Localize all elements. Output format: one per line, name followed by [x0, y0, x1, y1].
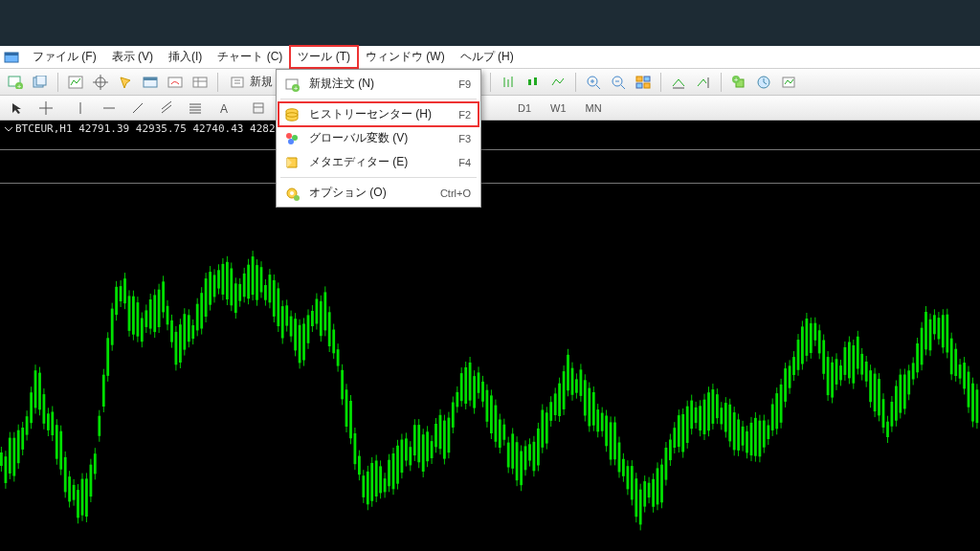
svg-rect-516	[968, 372, 970, 408]
auto-scroll-icon[interactable]	[667, 72, 690, 93]
object-list-icon[interactable]	[247, 98, 270, 119]
svg-rect-318	[546, 412, 548, 443]
menu-options[interactable]: オプション (O) Ctrl+O	[278, 181, 479, 205]
svg-rect-222	[341, 370, 344, 400]
svg-rect-138	[162, 281, 165, 312]
menu-chart[interactable]: チャート (C)	[210, 46, 290, 68]
menu-tools[interactable]: ツール (T)	[290, 46, 358, 68]
svg-rect-14	[193, 77, 207, 87]
svg-rect-512	[959, 364, 962, 379]
svg-rect-456	[839, 365, 842, 380]
menu-item-label: オプション (O)	[309, 185, 433, 201]
menu-global-variables[interactable]: グローバル変数 (V) F3	[278, 126, 479, 150]
svg-rect-206	[307, 315, 310, 342]
svg-rect-508	[950, 339, 953, 375]
profiles-icon[interactable]	[29, 72, 52, 93]
strategy-tester-icon[interactable]	[164, 72, 187, 93]
menu-history-center[interactable]: ヒストリーセンター (H) F2	[278, 102, 479, 126]
svg-rect-234	[367, 472, 369, 504]
menu-window[interactable]: ウィンドウ (W)	[358, 46, 453, 68]
svg-rect-432	[789, 365, 791, 387]
svg-rect-394	[707, 392, 710, 430]
svg-rect-482	[895, 386, 898, 421]
new-order-button[interactable]: 新規	[224, 72, 279, 93]
trend-line-icon[interactable]	[126, 98, 149, 119]
svg-rect-442	[810, 323, 813, 353]
svg-rect-228	[354, 433, 357, 464]
menu-new-order[interactable]: + 新規注文 (N) F9	[278, 72, 479, 96]
equidistant-icon[interactable]	[155, 98, 178, 119]
candle-chart-icon[interactable]	[522, 72, 545, 93]
svg-rect-502	[938, 318, 941, 339]
menu-meta-editor[interactable]: メタエディター (E) F4	[278, 150, 479, 174]
svg-rect-404	[728, 405, 731, 442]
vertical-line-icon[interactable]	[69, 98, 92, 119]
svg-rect-84	[47, 413, 50, 430]
svg-rect-486	[903, 375, 906, 409]
svg-rect-202	[299, 325, 301, 364]
data-window-icon[interactable]	[189, 72, 212, 93]
periodicity-icon[interactable]	[752, 72, 775, 93]
menu-view[interactable]: 表示 (V)	[104, 46, 161, 68]
zoom-in-icon[interactable]	[582, 72, 605, 93]
zoom-out-icon[interactable]	[607, 72, 630, 93]
svg-rect-40	[534, 77, 537, 85]
svg-rect-102	[85, 478, 88, 517]
options-icon	[282, 184, 301, 203]
bar-chart-icon[interactable]	[497, 72, 520, 93]
svg-rect-62	[0, 452, 3, 466]
svg-rect-104	[90, 465, 93, 496]
svg-rect-342	[596, 409, 599, 431]
text-tool-icon[interactable]: A	[212, 98, 235, 119]
chart-area[interactable]: BTCEUR,H1 42791.39 42935.75 42740.43 428…	[0, 121, 980, 551]
svg-rect-330	[571, 368, 574, 395]
market-watch-icon[interactable]	[64, 72, 87, 93]
svg-rect-386	[690, 401, 693, 430]
svg-rect-218	[332, 330, 335, 354]
crosshair-tool-icon[interactable]	[34, 98, 57, 119]
horizontal-line-icon[interactable]	[98, 98, 121, 119]
svg-rect-266	[434, 424, 437, 447]
svg-rect-364	[643, 481, 646, 506]
svg-rect-392	[703, 400, 706, 434]
timeframe-mn[interactable]: MN	[579, 99, 609, 118]
svg-rect-232	[362, 475, 365, 497]
svg-rect-340	[592, 392, 595, 426]
menu-item-label: 新規注文 (N)	[309, 76, 451, 92]
svg-rect-120	[123, 278, 126, 303]
svg-rect-32	[254, 103, 263, 113]
menu-separator	[280, 177, 477, 178]
fibonacci-icon[interactable]	[184, 98, 207, 119]
svg-rect-12	[144, 77, 157, 80]
timeframe-d1[interactable]: D1	[511, 99, 538, 118]
svg-rect-360	[635, 478, 637, 517]
new-chart-icon[interactable]: +	[4, 72, 27, 93]
terminal-icon[interactable]	[139, 72, 162, 93]
svg-rect-444	[813, 323, 816, 341]
svg-rect-468	[865, 362, 868, 382]
svg-rect-254	[409, 447, 412, 465]
chart-shift-icon[interactable]	[692, 72, 715, 93]
line-chart-icon[interactable]	[546, 72, 569, 93]
templates-icon[interactable]	[777, 72, 800, 93]
cursor-icon[interactable]	[6, 98, 29, 119]
menu-help[interactable]: ヘルプ (H)	[453, 46, 522, 68]
crosshair-icon[interactable]	[89, 72, 112, 93]
tile-windows-icon[interactable]	[632, 72, 655, 93]
menu-insert[interactable]: 挿入(I)	[161, 46, 210, 68]
svg-rect-498	[929, 320, 932, 351]
indicators-icon[interactable]: +	[727, 72, 750, 93]
svg-rect-478	[886, 422, 889, 437]
svg-rect-224	[345, 389, 348, 427]
svg-rect-326	[563, 371, 566, 409]
navigator-icon[interactable]	[114, 72, 137, 93]
svg-rect-336	[584, 380, 587, 415]
svg-rect-51	[644, 83, 650, 88]
svg-rect-428	[780, 385, 783, 423]
svg-rect-98	[77, 490, 79, 518]
timeframe-w1[interactable]: W1	[544, 99, 573, 118]
svg-rect-328	[567, 355, 569, 391]
svg-rect-496	[924, 312, 927, 349]
svg-line-46	[621, 85, 625, 89]
menu-file[interactable]: ファイル (F)	[25, 46, 104, 68]
